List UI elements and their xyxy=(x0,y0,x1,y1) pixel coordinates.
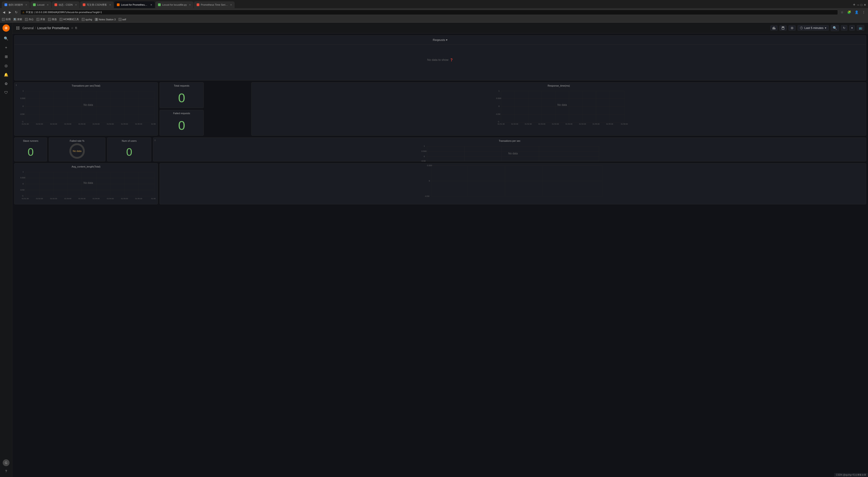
response-time-title: Response_time(ms) xyxy=(548,84,570,87)
svg-text:1: 1 xyxy=(23,171,24,173)
sidebar-add[interactable]: ＋ xyxy=(2,43,10,52)
total-requests-title: Total requests xyxy=(174,84,189,87)
bookmark-2[interactable]: ⬛办公 xyxy=(25,18,34,21)
add-panel-button[interactable] xyxy=(770,25,778,31)
info-icon[interactable]: ℹ xyxy=(16,84,17,86)
bookmark-3[interactable]: ⬛开发 xyxy=(36,18,45,21)
sidebar-shield[interactable]: 🛡 xyxy=(2,89,10,97)
breadcrumb-separator: / xyxy=(35,26,36,30)
svg-text:01:51:30: 01:51:30 xyxy=(22,123,29,125)
breadcrumb-current[interactable]: Locust for Prometheus xyxy=(37,26,69,30)
star-button[interactable]: ☆ xyxy=(840,10,844,14)
chart-icon xyxy=(772,26,776,30)
svg-text:01:53:00: 01:53:00 xyxy=(538,123,546,125)
breadcrumb-prefix[interactable]: General xyxy=(22,26,34,30)
bookmark-8[interactable]: ⬛self xyxy=(119,18,126,21)
minimize-button[interactable]: ─ xyxy=(857,3,859,6)
tv-mode-button[interactable]: 📺 xyxy=(857,25,864,31)
response-time-chart: 1 0.500 0 -0.50 -1 xyxy=(253,89,864,125)
svg-text:No data: No data xyxy=(557,103,567,107)
svg-text:01:54:00: 01:54:00 xyxy=(565,123,572,125)
row-4: Avg_content_length(Total) 1 0.500 0 -0.5… xyxy=(14,163,866,204)
refresh-interval-button[interactable]: ▾ xyxy=(849,25,855,31)
bottom-status-bar: CSDN @qyzhg>写点博客文章 xyxy=(834,473,868,477)
time-picker-chevron: ▾ xyxy=(825,26,827,30)
browser-tab-0[interactable]: 收到 3封邮件✕ xyxy=(2,1,30,8)
save-button[interactable] xyxy=(779,25,786,31)
browser-tab-2[interactable]: 动态 - CSDN✕ xyxy=(52,1,80,8)
refresh-button[interactable]: ↻ xyxy=(841,25,847,31)
sidebar-help[interactable]: ? xyxy=(2,467,10,475)
no-data-help-icon[interactable]: ❓ xyxy=(450,58,453,61)
svg-text:01:54:30: 01:54:30 xyxy=(107,123,114,125)
bookmark-5[interactable]: ⬛HCM测试工具 xyxy=(59,18,79,21)
star-dashboard-icon[interactable]: ☆ xyxy=(71,26,73,30)
slave-runners-value-container: 0 xyxy=(14,143,47,161)
svg-text:01:53:00: 01:53:00 xyxy=(64,123,71,125)
sidebar-search[interactable]: 🔍 xyxy=(2,34,10,42)
slave-runners-panel: Slave runners 0 xyxy=(14,138,47,161)
transactions-total-panel: ℹ Transations per sec(Total) 1 0.500 0 -… xyxy=(14,82,158,136)
topbar: General / Locust for Prometheus ☆ ⎘ xyxy=(12,23,868,33)
sidebar-explore[interactable]: ◎ xyxy=(2,61,10,70)
bookmark-0[interactable]: ⬛应用 xyxy=(2,18,11,21)
requests-title[interactable]: Reqeusts ▾ xyxy=(433,38,448,41)
dashboard-settings-button[interactable] xyxy=(788,25,796,31)
menu-button[interactable]: ⋮ xyxy=(861,10,866,14)
profile-button[interactable]: 👤 xyxy=(854,10,860,14)
bookmark-6[interactable]: ⬛qyzhg xyxy=(82,18,92,21)
failed-requests-value: 0 xyxy=(178,119,185,132)
back-button[interactable]: ◀ xyxy=(2,10,6,14)
svg-text:-0.50: -0.50 xyxy=(421,160,426,162)
svg-text:0: 0 xyxy=(23,105,24,108)
sidebar-alerting[interactable]: 🔔 xyxy=(2,70,10,79)
user-avatar[interactable]: G xyxy=(3,459,9,466)
svg-text:1: 1 xyxy=(424,145,425,147)
browser-tab-6[interactable]: Prometheus Time Series Colle...✕ xyxy=(194,1,235,8)
grafana-logo[interactable] xyxy=(2,24,10,32)
svg-text:01:55:30: 01:55:30 xyxy=(135,198,143,200)
requests-chevron: ▾ xyxy=(446,38,447,41)
browser-tab-3[interactable]: 写文章-CSDN博客✕ xyxy=(80,1,114,8)
bottom-status-text: CSDN @qyzhg>写点博客文章 xyxy=(836,474,866,476)
svg-text:01:54:30: 01:54:30 xyxy=(107,198,114,200)
close-button[interactable]: ✕ xyxy=(864,3,866,6)
svg-text:01:54:00: 01:54:00 xyxy=(93,198,100,200)
svg-text:0.500: 0.500 xyxy=(427,165,432,167)
zoom-out-button[interactable]: 🔍 xyxy=(831,25,839,31)
new-tab-button[interactable]: + xyxy=(851,2,857,7)
info-icon-2[interactable]: ℹ xyxy=(155,139,156,142)
browser-tab-4[interactable]: Locust for Prometheus - Grafa...✕ xyxy=(114,1,155,8)
address-bar[interactable]: ⚠ 不安全 | 10.0.0.100:3000/d/KjIO9Ri7z/locu… xyxy=(20,10,838,15)
bookmark-1[interactable]: 🔍搜索 xyxy=(13,18,22,21)
slave-runners-value: 0 xyxy=(28,147,34,157)
browser-tab-1[interactable]: Locust✕ xyxy=(30,1,51,8)
svg-text:01:52:00: 01:52:00 xyxy=(36,198,43,200)
bookmark-4[interactable]: ⬛筛选 xyxy=(48,18,57,21)
svg-text:G: G xyxy=(5,461,7,465)
address-text: 不安全 | 10.0.0.100:3000/d/KjIO9Ri7z/locust… xyxy=(26,11,102,14)
svg-text:01:51:30: 01:51:30 xyxy=(498,123,505,125)
sidebar-settings[interactable]: ⚙ xyxy=(2,80,10,88)
requests-stats-column: Total requests 0 Failed requests 0 xyxy=(160,82,204,136)
maximize-button[interactable]: □ xyxy=(861,3,862,6)
svg-text:01:56:00: 01:56:00 xyxy=(151,123,156,125)
svg-point-2 xyxy=(5,27,7,29)
bookmark-7[interactable]: 📓Notes Station 3 xyxy=(95,18,116,21)
browser-tab-5[interactable]: Locust for locustfile.py✕ xyxy=(155,1,193,8)
svg-rect-10 xyxy=(774,27,774,29)
extensions-button[interactable]: 🧩 xyxy=(846,10,852,14)
forward-button[interactable]: ▶ xyxy=(8,10,12,14)
svg-rect-13 xyxy=(782,27,784,28)
sidebar-dashboards[interactable]: ⊞ xyxy=(2,53,10,61)
time-picker[interactable]: Last 5 minutes ▾ xyxy=(798,25,829,31)
save-icon xyxy=(781,26,784,30)
svg-text:0: 0 xyxy=(498,105,500,108)
share-icon[interactable]: ⎘ xyxy=(75,26,77,30)
svg-text:01:54:30: 01:54:30 xyxy=(579,123,586,125)
svg-text:01:51:30: 01:51:30 xyxy=(22,198,29,200)
reload-button[interactable]: ↻ xyxy=(14,10,19,14)
right-panel-placeholder: 0.500 0 -0.50 xyxy=(160,163,866,204)
svg-rect-6 xyxy=(18,26,20,28)
breadcrumb: General / Locust for Prometheus xyxy=(22,26,69,30)
